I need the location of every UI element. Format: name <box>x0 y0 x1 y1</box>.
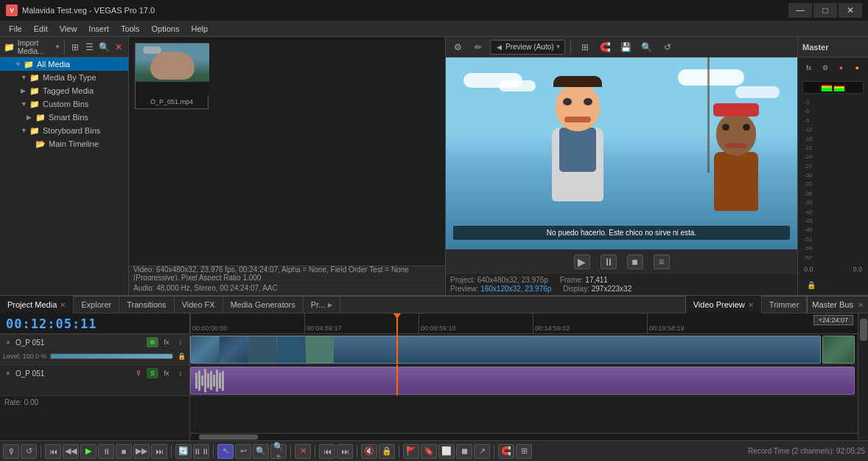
audio-clip-1[interactable] <box>190 367 855 395</box>
transport-cut-btn[interactable]: ✕ <box>295 444 311 459</box>
preview-play-btn[interactable]: ▶ <box>574 254 590 269</box>
menu-file[interactable]: File <box>3 21 28 37</box>
tab-more[interactable]: Pr... ▶ <box>304 296 341 313</box>
master-lock-btn[interactable]: 🔒 <box>802 277 820 293</box>
scrollbar-thumb-v[interactable] <box>860 319 867 341</box>
transport-search-btn[interactable]: 🔍+ <box>270 444 287 459</box>
preview-save-btn[interactable]: 💾 <box>617 39 635 55</box>
transport-bookmark-btn[interactable]: 🔖 <box>421 444 437 459</box>
transport-cursor-btn[interactable]: ↖ <box>217 444 234 459</box>
transport-lock-btn[interactable]: 🔒 <box>379 444 395 459</box>
import-media-label[interactable]: Import Media... <box>18 39 53 55</box>
preview-snap-btn[interactable]: 🧲 <box>597 39 615 55</box>
tab-explorer[interactable]: Explorer <box>74 296 119 313</box>
tab-trimmer[interactable]: Trimmer <box>762 296 808 313</box>
preview-edit-btn[interactable]: ✏ <box>469 39 487 55</box>
tab-media-gen[interactable]: Media Generators <box>223 296 304 313</box>
menu-options[interactable]: Options <box>146 21 186 37</box>
tab-video-preview[interactable]: Video Preview ✕ <box>686 296 762 313</box>
transport-rewind-btn[interactable]: ◀◀ <box>63 444 79 459</box>
preview-undo-btn[interactable]: ↺ <box>659 39 676 55</box>
close-button[interactable]: ✕ <box>839 3 862 18</box>
track2-solo-btn[interactable]: S <box>147 368 158 378</box>
transport-play-btn[interactable]: ▶ <box>80 444 97 459</box>
track2-expand-btn[interactable]: ≡ <box>3 368 13 378</box>
video-clip-2[interactable] <box>822 336 855 364</box>
transport-pause2-btn[interactable]: ⏸⏸ <box>193 444 209 459</box>
master-rec-btn[interactable]: ● <box>835 60 848 76</box>
master-settings-btn[interactable]: ⚙ <box>819 60 832 76</box>
preview-stop-btn[interactable]: ■ <box>627 254 643 269</box>
media-list-btn[interactable]: ☰ <box>83 39 96 55</box>
tree-item-custom-bins[interactable]: ▼ 📁 Custom Bins <box>0 97 128 111</box>
transport-stop-btn[interactable]: ■ <box>116 444 132 459</box>
track2-mic-btn[interactable]: 🎙 <box>133 368 144 378</box>
preview-loop-btn[interactable]: ≡ <box>654 254 670 269</box>
transport-region-btn[interactable]: ⬜ <box>438 444 455 459</box>
master-fx-row: fx ⚙ ● ● <box>798 58 868 78</box>
tab-close-icon[interactable]: ✕ <box>748 301 754 309</box>
transport-snap-btn[interactable]: 🧲 <box>498 444 514 459</box>
transport-mic-btn[interactable]: 🎙 <box>3 444 19 459</box>
transport-loop-btn[interactable]: 🔄 <box>175 444 192 459</box>
transport-flag-btn[interactable]: 🚩 <box>403 444 419 459</box>
preview-grid-btn[interactable]: ⊞ <box>576 39 594 55</box>
tab-close-icon[interactable]: ✕ <box>60 301 66 309</box>
tree-item-media-by-type[interactable]: ▼ 📁 Media By Type <box>0 71 128 84</box>
track1-expand2-btn[interactable]: ↕ <box>175 337 186 347</box>
transport-return-btn[interactable]: ↺ <box>21 444 37 459</box>
import-dropdown-arrow[interactable]: ▼ <box>55 44 60 50</box>
tree-item-smart-bins[interactable]: ▶ 📁 Smart Bins <box>0 111 128 124</box>
master-bus-close[interactable]: ✕ <box>858 301 864 309</box>
menu-view[interactable]: View <box>54 21 83 37</box>
transport-prev-marker-btn[interactable]: ⏮ <box>319 444 335 459</box>
tab-video-fx[interactable]: Video FX <box>175 296 223 313</box>
tree-item-storyboard-bins[interactable]: ▼ 📁 Storyboard Bins <box>0 124 128 137</box>
media-thumbnail-item[interactable]: O_P_051.mp4 <box>135 43 209 109</box>
media-view-btn[interactable]: ⊞ <box>69 39 82 55</box>
preview-dropdown-left[interactable]: ◀ <box>494 39 504 55</box>
track2-expand2-btn[interactable]: ↕ <box>175 368 186 378</box>
transport-grid-btn[interactable]: ⊞ <box>516 444 532 459</box>
menu-help[interactable]: Help <box>185 21 214 37</box>
master-fx-btn[interactable]: fx <box>802 60 816 76</box>
preview-pause-btn[interactable]: ⏸ <box>601 254 617 269</box>
transport-arrow-btn[interactable]: ↗ <box>474 444 490 459</box>
master-mute-btn[interactable]: ● <box>850 60 864 76</box>
transport-next-marker-btn[interactable]: ⏭ <box>337 444 353 459</box>
preview-settings-btn[interactable]: ⚙ <box>449 39 466 55</box>
transport-mute-btn[interactable]: 🔇 <box>361 444 377 459</box>
tab-transitions[interactable]: Transitions <box>119 296 174 313</box>
track1-lock-btn[interactable]: 🔒 <box>176 352 186 361</box>
transport-zoom-btn[interactable]: 🔍 <box>253 444 269 459</box>
tree-item-main-timeline[interactable]: 📂 Main Timeline <box>0 137 128 150</box>
preview-zoom-btn[interactable]: 🔍 <box>638 39 656 55</box>
video-clip-1[interactable] <box>190 336 821 364</box>
transport-event-btn[interactable]: ◼ <box>456 444 472 459</box>
transport-fwd-btn[interactable]: ▶▶ <box>133 444 150 459</box>
transport-prev-btn[interactable]: ⏮ <box>45 444 61 459</box>
transport-next-btn[interactable]: ⏭ <box>151 444 167 459</box>
track1-fx-btn[interactable]: fx <box>161 337 172 347</box>
transport-envelope-btn[interactable]: ↩ <box>235 444 251 459</box>
tab-more-arrow[interactable]: ▶ <box>328 302 332 308</box>
timeline-scrollbar-v[interactable] <box>858 313 868 440</box>
transport-pause-btn[interactable]: ⏸ <box>98 444 114 459</box>
track1-expand-btn[interactable]: ≡ <box>3 337 13 347</box>
import-media-button[interactable]: 📁 <box>3 39 16 55</box>
timeline-scrollbar-h[interactable] <box>190 433 858 440</box>
menu-tools[interactable]: Tools <box>115 21 146 37</box>
track2-fx-btn[interactable]: fx <box>161 368 172 378</box>
tree-item-all-media[interactable]: ▼ 📁 All Media <box>0 58 128 71</box>
menu-edit[interactable]: Edit <box>28 21 54 37</box>
minimize-button[interactable]: — <box>788 3 812 18</box>
preview-mode-arrow[interactable]: ▼ <box>556 44 561 50</box>
tree-item-tagged-media[interactable]: ▶ 📁 Tagged Media <box>0 84 128 97</box>
tab-project-media[interactable]: Project Media ✕ <box>0 296 74 313</box>
media-close-btn[interactable]: ✕ <box>112 39 125 55</box>
menu-insert[interactable]: Insert <box>83 21 115 37</box>
maximize-button[interactable]: □ <box>813 3 837 18</box>
scrollbar-thumb-h[interactable] <box>199 434 258 440</box>
media-filter-btn[interactable]: 🔍 <box>97 39 111 55</box>
track1-composite-btn[interactable]: ⊕ <box>147 337 158 347</box>
